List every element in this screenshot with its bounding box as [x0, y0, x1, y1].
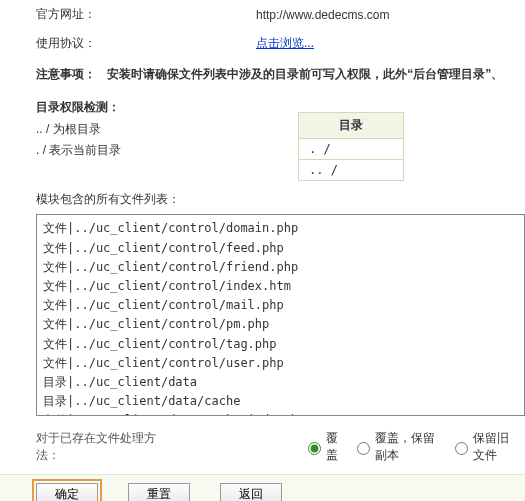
file-item: 文件|../uc_client/control/user.php [43, 354, 518, 373]
dir-table-header: 目录 [299, 113, 404, 139]
file-item: 目录|../uc_client/data [43, 373, 518, 392]
notice-label: 注意事项： [36, 67, 96, 81]
dir-row: . / [299, 139, 404, 160]
file-item: 文件|../uc_client/control/mail.php [43, 296, 518, 315]
file-item: 文件|../uc_client/control/tag.php [43, 335, 518, 354]
perm-line1: .. / 为根目录 [0, 120, 525, 141]
reset-button[interactable]: 重置 [128, 483, 190, 501]
perm-title: 目录权限检测： [36, 100, 120, 114]
agreement-label: 使用协议： [36, 35, 256, 52]
dir-row: .. / [299, 160, 404, 181]
filelist-box[interactable]: 文件|../uc_client/control/domain.php 文件|..… [36, 214, 525, 416]
file-item: 目录|../uc_client/data/cache [43, 392, 518, 411]
website-value: http://www.dedecms.com [256, 8, 389, 22]
back-button[interactable]: 返回 [220, 483, 282, 501]
perm-line2: . / 表示当前目录 [0, 141, 525, 162]
radio-keep-old[interactable]: 保留旧文件 [450, 430, 519, 464]
agreement-link[interactable]: 点击浏览... [256, 35, 314, 52]
file-item: 文件|../uc_client/control/pm.php [43, 315, 518, 334]
file-item: 文件|../uc_client/control/feed.php [43, 239, 518, 258]
radio-overwrite-input[interactable] [308, 442, 321, 455]
options-label: 对于已存在文件处理方法： [36, 430, 157, 464]
ok-button[interactable]: 确定 [36, 483, 98, 501]
radio-overwrite[interactable]: 覆盖 [303, 430, 342, 464]
filelist-label: 模块包含的所有文件列表： [0, 181, 525, 214]
website-label: 官方网址： [36, 6, 256, 23]
file-item: 文件|../uc_client/control/friend.php [43, 258, 518, 277]
radio-keep-old-input[interactable] [455, 442, 468, 455]
file-item: 文件|../uc_client/control/index.htm [43, 277, 518, 296]
notice-text: 安装时请确保文件列表中涉及的目录前可写入权限，此外“后台管理目录”、 [107, 67, 503, 81]
file-item: 文件|../uc_client/control/domain.php [43, 219, 518, 238]
dir-table: 目录 . / .. / [298, 112, 404, 181]
radio-overwrite-backup[interactable]: 覆盖，保留副本 [352, 430, 440, 464]
radio-group: 覆盖 覆盖，保留副本 保留旧文件 [303, 430, 525, 464]
radio-overwrite-backup-input[interactable] [357, 442, 370, 455]
